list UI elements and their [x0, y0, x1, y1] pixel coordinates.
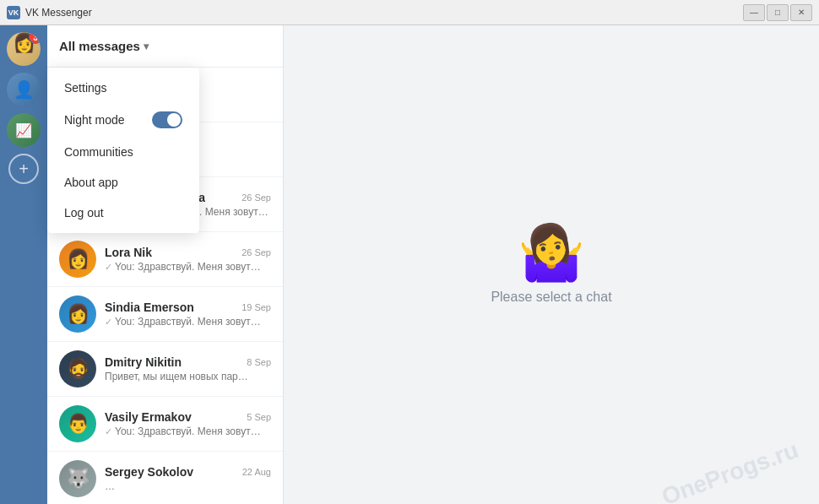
read-receipts-icon: ✓ — [105, 317, 112, 328]
night-mode-toggle[interactable] — [152, 111, 182, 128]
empty-state-text: Please select a chat — [491, 290, 611, 305]
watermark: OneProgs.ru — [659, 436, 802, 504]
chat-list-item[interactable]: 🐺 Sergey Sokolov 22 Aug … — [47, 452, 283, 504]
title-bar-left: VK VK Messenger — [7, 6, 92, 19]
chat-name-row: Sergey Sokolov 22 Aug — [105, 465, 271, 479]
chat-preview: Привет, мы ищем новых пар… — [105, 371, 271, 382]
minimize-button[interactable]: — — [743, 4, 765, 21]
sidebar-icons: 👩 3 👤 📈 + — [0, 25, 47, 504]
window-controls: — □ ✕ — [743, 4, 812, 21]
settings-menu-item[interactable]: Settings — [47, 73, 199, 103]
chat-name-row: Sindia Emerson 19 Sep — [105, 301, 271, 314]
chat-info: Lora Nik 26 Sep ✓ You: Здравствуй. Меня … — [105, 246, 271, 273]
chat-info: Dmitry Nikitin 8 Sep Привет, мы ищем нов… — [105, 355, 271, 382]
chat-name-row: Vasily Ermakov 5 Sep — [105, 410, 271, 424]
chat-name-row: Dmitry Nikitin 8 Sep — [105, 355, 271, 369]
about-app-menu-item[interactable]: About app — [47, 167, 199, 198]
chat-avatar: 👩 — [59, 295, 96, 333]
chat-avatar: 👩 — [59, 241, 96, 278]
chat-avatar: 👨 — [59, 405, 96, 442]
chat-preview: ✓ You: Здравствуй. Меня зовут… — [105, 316, 271, 328]
chat-time: 19 Sep — [241, 302, 271, 312]
sidebar-item-messages[interactable]: 👤 — [7, 73, 41, 106]
sidebar-item-communities[interactable]: 📈 — [7, 113, 41, 147]
chat-name: Sergey Sokolov — [105, 465, 193, 479]
chat-list-item[interactable]: 👩 Sindia Emerson 19 Sep ✓ You: Здравству… — [47, 287, 283, 342]
chat-time: 22 Aug — [242, 467, 271, 477]
chat-preview: ✓ You: Здравствуй. Меня зовут… — [105, 261, 271, 273]
chat-name: Lora Nik — [105, 246, 152, 259]
chat-info: Vasily Ermakov 5 Sep ✓ You: Здравствуй. … — [105, 410, 271, 437]
read-receipts-icon: ✓ — [105, 426, 112, 437]
communities-menu-item[interactable]: Communities — [47, 137, 199, 167]
empty-state: 🤷‍♀️ Please select a chat — [491, 225, 611, 305]
chat-list-item[interactable]: 🧔 Dmitry Nikitin 8 Sep Привет, мы ищем н… — [47, 342, 283, 397]
app-icon: VK — [7, 6, 20, 19]
chat-time: 5 Sep — [247, 412, 271, 422]
chat-name-row: Lora Nik 26 Sep — [105, 246, 271, 259]
chat-info: Sergey Sokolov 22 Aug … — [105, 465, 271, 492]
chat-name: Dmitry Nikitin — [105, 355, 182, 369]
title-bar: VK VK Messenger — □ ✕ — [0, 0, 819, 25]
dropdown-menu: Settings Night mode Communities About ap… — [47, 68, 199, 233]
night-mode-menu-item[interactable]: Night mode — [47, 103, 199, 137]
chat-avatar: 🐺 — [59, 460, 96, 497]
chat-time: 8 Sep — [247, 357, 271, 367]
chat-info: Sindia Emerson 19 Sep ✓ You: Здравствуй.… — [105, 301, 271, 328]
chat-main-area: 🤷‍♀️ Please select a chat OneProgs.ru — [284, 25, 819, 504]
chat-list-header: All messages ▾ Settings Night mode Commu… — [47, 25, 283, 68]
chat-list-item[interactable]: 👨 Vasily Ermakov 5 Sep ✓ You: Здравствуй… — [47, 397, 283, 452]
chat-list-panel: All messages ▾ Settings Night mode Commu… — [47, 25, 284, 504]
app-container: 👩 3 👤 📈 + All messages ▾ Settings — [0, 25, 819, 504]
chat-preview: ✓ You: Здравствуй. Меня зовут… — [105, 425, 271, 437]
user-avatar[interactable]: 👩 3 — [7, 32, 41, 66]
notification-badge: 3 — [29, 32, 41, 44]
chat-list-item[interactable]: 👩 Lora Nik 26 Sep ✓ You: Здравствуй. Мен… — [47, 232, 283, 287]
empty-state-emoji: 🤷‍♀️ — [518, 225, 585, 279]
new-chat-button[interactable]: + — [8, 154, 39, 184]
chevron-down-icon: ▾ — [144, 41, 149, 52]
chat-time: 26 Sep — [241, 192, 271, 203]
chat-name: Vasily Ermakov — [105, 410, 192, 424]
read-receipts-icon: ✓ — [105, 262, 112, 273]
log-out-menu-item[interactable]: Log out — [47, 198, 199, 228]
all-messages-dropdown-button[interactable]: All messages ▾ — [59, 39, 149, 53]
app-title: VK Messenger — [25, 7, 92, 19]
close-button[interactable]: ✕ — [790, 4, 812, 21]
chat-name: Sindia Emerson — [105, 301, 194, 314]
chat-avatar: 🧔 — [59, 350, 96, 387]
chat-preview: … — [105, 480, 271, 492]
maximize-button[interactable]: □ — [767, 4, 789, 21]
chat-time: 26 Sep — [241, 247, 271, 257]
